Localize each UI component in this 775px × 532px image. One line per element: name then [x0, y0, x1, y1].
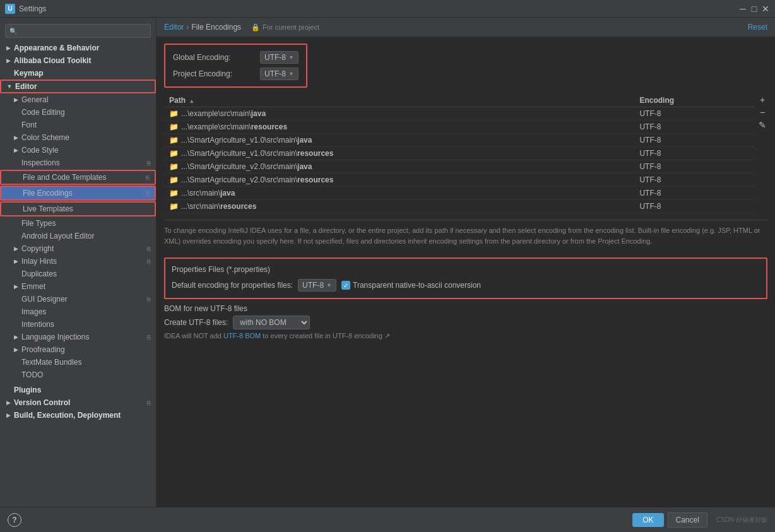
- bottom-bar: ? OK Cancel CSDN·好锅者好饭: [0, 507, 775, 532]
- utf8-bom-link[interactable]: UTF-8 BOM: [223, 332, 261, 340]
- path-cell: 📁...\SmartAgriculture_v1.0\src\main\java: [164, 134, 634, 147]
- dropdown-arrow-icon: ▼: [326, 282, 332, 288]
- sidebar-item-inlay-hints[interactable]: Inlay Hints ⎘: [0, 255, 156, 268]
- path-bold: resources: [297, 175, 333, 184]
- path-bold: resources: [220, 202, 256, 211]
- path-cell: 📁...\example\src\main\java: [164, 107, 634, 121]
- sidebar-item-images[interactable]: Images: [0, 305, 156, 318]
- maximize-button[interactable]: □: [750, 4, 759, 13]
- global-encoding-row: Global Encoding: UTF-8 ▼: [173, 51, 299, 64]
- encoding-cell: UTF-8: [634, 174, 755, 187]
- sidebar-item-label: Images: [21, 307, 46, 316]
- close-button[interactable]: ✕: [761, 4, 770, 13]
- table-row[interactable]: 📁...\SmartAgriculture_v1.0\src\main\reso…: [164, 147, 755, 160]
- sidebar-item-file-code-templates[interactable]: File and Code Templates ⎘: [0, 170, 156, 185]
- cancel-button[interactable]: Cancel: [668, 512, 707, 528]
- project-badge-label: For current project: [263, 23, 319, 31]
- folder-icon: 📁: [169, 122, 179, 131]
- transparent-label: Transparent native-to-ascii conversion: [353, 281, 481, 290]
- default-encoding-label: Default encoding for properties files:: [172, 281, 293, 290]
- minimize-button[interactable]: ─: [738, 4, 747, 13]
- encoding-cell: UTF-8: [634, 200, 755, 213]
- file-table-wrapper: Path ▲ Encoding 📁...\example\src\main\ja…: [164, 94, 767, 213]
- sidebar-item-file-types[interactable]: File Types: [0, 217, 156, 230]
- breadcrumb-file-encodings: File Encodings: [191, 23, 241, 32]
- sidebar-item-todo[interactable]: TODO: [0, 369, 156, 381]
- sidebar-item-label: File Encodings: [23, 189, 73, 198]
- folder-icon: 📁: [169, 175, 179, 184]
- add-row-button[interactable]: +: [757, 94, 767, 105]
- table-row[interactable]: 📁...\SmartAgriculture_v1.0\src\main\java…: [164, 134, 755, 147]
- sidebar-item-copyright[interactable]: Copyright ⎘: [0, 242, 156, 255]
- path-bold: java: [220, 189, 235, 198]
- sidebar-item-general[interactable]: General: [0, 93, 156, 106]
- folder-icon: 📁: [169, 149, 179, 158]
- remove-row-button[interactable]: −: [757, 107, 767, 118]
- sidebar-item-emmet[interactable]: Emmet: [0, 280, 156, 293]
- sidebar-item-textmate[interactable]: TextMate Bundles: [0, 356, 156, 369]
- sidebar-item-font[interactable]: Font: [0, 119, 156, 131]
- ok-button[interactable]: OK: [632, 513, 663, 527]
- search-icon: 🔍: [9, 28, 17, 35]
- table-container: Path ▲ Encoding 📁...\example\src\main\ja…: [164, 94, 755, 213]
- breadcrumb-editor[interactable]: Editor: [164, 23, 184, 32]
- sidebar-item-live-templates[interactable]: Live Templates: [0, 201, 156, 216]
- sidebar-item-android-layout[interactable]: Android Layout Editor: [0, 230, 156, 242]
- create-utf8-label: Create UTF-8 files:: [164, 318, 228, 327]
- sidebar-item-intentions[interactable]: Intentions: [0, 318, 156, 331]
- create-utf8-select[interactable]: with NO BOM with BOM: [233, 316, 310, 329]
- reset-link[interactable]: Reset: [748, 23, 767, 32]
- lock-icon: 🔒: [251, 23, 260, 32]
- path-bold: resources: [251, 122, 287, 131]
- arrow-icon: [13, 283, 19, 290]
- table-row[interactable]: 📁...\example\src\main\resources UTF-8: [164, 121, 755, 134]
- utf8-info: IDEA will NOT add UTF-8 BOM to every cre…: [164, 332, 767, 340]
- table-row[interactable]: 📁...\SmartAgriculture_v2.0\src\main\reso…: [164, 174, 755, 187]
- path-bold: java: [251, 109, 266, 118]
- table-row[interactable]: 📁...\src\main\java UTF-8: [164, 187, 755, 200]
- transparent-checkbox[interactable]: ✓: [341, 281, 350, 290]
- sidebar-item-label: Language Injections: [21, 333, 89, 341]
- bom-label: BOM for new UTF-8 files: [164, 304, 247, 313]
- sidebar-item-language-injections[interactable]: Language Injections ⎘: [0, 331, 156, 343]
- sidebar-item-alibaba[interactable]: Alibaba Cloud Toolkit: [0, 54, 156, 67]
- help-button[interactable]: ?: [8, 513, 21, 527]
- transparent-checkbox-wrapper: ✓ Transparent native-to-ascii conversion: [341, 281, 481, 290]
- copy-icon: ⎘: [147, 399, 151, 406]
- sidebar-item-code-style[interactable]: Code Style: [0, 144, 156, 157]
- sidebar-item-gui-designer[interactable]: GUI Designer ⎘: [0, 293, 156, 305]
- sidebar-item-build-execution[interactable]: Build, Execution, Deployment: [0, 409, 156, 422]
- sidebar-item-appearance[interactable]: Appearance & Behavior: [0, 42, 156, 54]
- search-box[interactable]: 🔍: [5, 24, 151, 38]
- sidebar-item-label: Build, Execution, Deployment: [14, 411, 121, 420]
- project-badge: 🔒 For current project: [251, 23, 319, 32]
- sidebar-item-plugins[interactable]: Plugins: [0, 384, 156, 396]
- sidebar-item-label: Plugins: [14, 386, 41, 394]
- sidebar-item-proofreading[interactable]: Proofreading: [0, 343, 156, 356]
- path-cell: 📁...\SmartAgriculture_v2.0\src\main\java: [164, 160, 634, 174]
- sidebar-item-file-encodings[interactable]: File Encodings ⎘: [0, 186, 156, 201]
- properties-encoding-value: UTF-8: [302, 281, 324, 290]
- sidebar-item-label: Code Editing: [21, 108, 65, 117]
- content-body: Global Encoding: UTF-8 ▼ Project Encodin…: [157, 37, 775, 507]
- sidebar-item-editor[interactable]: Editor: [0, 80, 156, 93]
- project-encoding-select[interactable]: UTF-8 ▼: [260, 68, 299, 80]
- properties-section-title: Properties Files (*.properties): [172, 265, 760, 274]
- edit-row-button[interactable]: ✎: [757, 119, 767, 131]
- global-encoding-select[interactable]: UTF-8 ▼: [260, 51, 299, 64]
- properties-encoding-select[interactable]: UTF-8 ▼: [298, 279, 336, 292]
- table-row[interactable]: 📁...\example\src\main\java UTF-8: [164, 107, 755, 121]
- sidebar-item-label: Live Templates: [23, 204, 73, 213]
- sidebar-item-label: File Types: [21, 219, 56, 228]
- sidebar-item-duplicates[interactable]: Duplicates: [0, 268, 156, 280]
- sidebar-item-keymap[interactable]: Keymap: [0, 67, 156, 80]
- table-row[interactable]: 📁...\SmartAgriculture_v2.0\src\main\java…: [164, 160, 755, 174]
- sidebar-item-code-editing[interactable]: Code Editing: [0, 106, 156, 119]
- search-input[interactable]: [20, 27, 146, 35]
- sidebar-item-color-scheme[interactable]: Color Scheme: [0, 131, 156, 144]
- global-encoding-value: UTF-8: [264, 53, 286, 62]
- path-cell: 📁...\SmartAgriculture_v2.0\src\main\reso…: [164, 174, 634, 187]
- sidebar-item-inspections[interactable]: Inspections ⎘: [0, 157, 156, 169]
- sidebar-item-version-control[interactable]: Version Control ⎘: [0, 396, 156, 409]
- table-row[interactable]: 📁...\src\main\resources UTF-8: [164, 200, 755, 213]
